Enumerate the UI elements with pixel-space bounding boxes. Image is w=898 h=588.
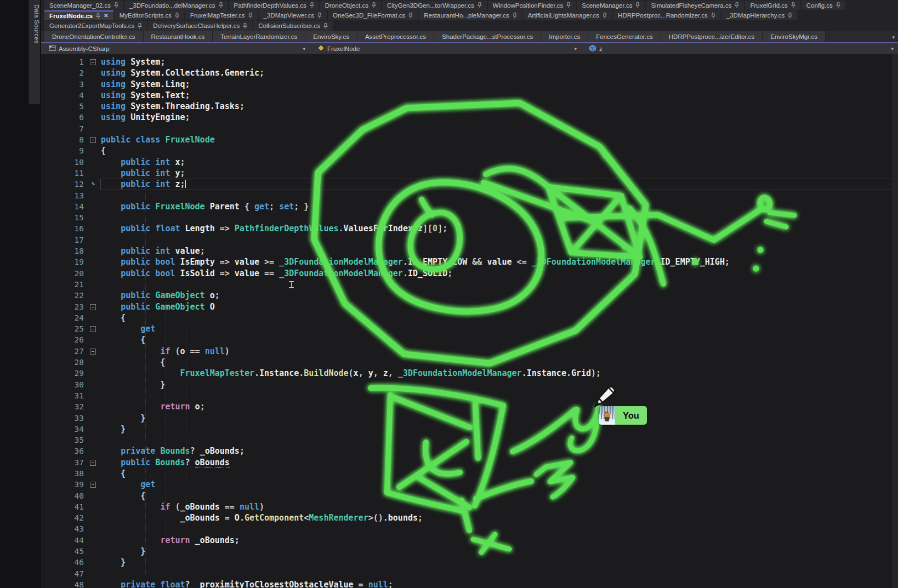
fold-toggle-icon[interactable]: − <box>90 137 96 143</box>
fold-gutter <box>87 468 101 479</box>
editor-tab[interactable]: EnviroSkyMgr.cs <box>763 31 826 42</box>
tab-label: FencesGenerator.cs <box>596 33 653 40</box>
pin-icon[interactable] <box>788 13 792 19</box>
fold-gutter <box>87 435 101 446</box>
data-sources-tab[interactable]: Data Sources <box>29 0 40 104</box>
fold-toggle-icon[interactable]: − <box>90 482 96 488</box>
pin-icon[interactable] <box>478 2 482 8</box>
editor-tab[interactable]: EnviroSky.cs <box>305 31 357 42</box>
editor-tab[interactable]: AssetPreprocessor.cs <box>357 31 434 42</box>
editor-tab[interactable]: RestaurantHo...pleManager.cs <box>419 10 521 20</box>
line-number: 38 <box>41 468 87 479</box>
pin-icon[interactable] <box>323 23 328 29</box>
line-number: 17 <box>41 235 87 246</box>
pin-icon[interactable] <box>310 2 314 8</box>
project-name: Assembly-CSharp <box>59 45 110 52</box>
line-number: 20 <box>41 268 87 279</box>
vertical-scrollbar[interactable] <box>892 54 898 588</box>
editor-tab[interactable]: RestaurantHook.cs <box>144 31 213 42</box>
editor-tab[interactable]: SceneManager.cs <box>577 1 645 10</box>
pin-icon[interactable] <box>603 13 607 19</box>
editor-tab[interactable]: ShaderPackage...stProcessor.cs <box>434 31 541 42</box>
code-text: private float? _proximityToClosestObstac… <box>101 579 898 588</box>
pin-icon[interactable] <box>317 13 322 19</box>
pin-icon[interactable] <box>735 2 739 8</box>
code-text <box>101 212 898 223</box>
tab-label: DeliverySurfaceClassHelper.cs <box>153 22 240 29</box>
tab-label: ArtificialLightsManager.cs <box>528 12 599 19</box>
editor-tab[interactable]: SimulatedFisheyeCamera.cs <box>646 1 744 10</box>
editor-tab[interactable]: DroneOrientationController.cs <box>44 31 144 42</box>
fold-toggle-icon[interactable]: − <box>90 304 96 310</box>
editor-tab[interactable]: _3DFoundatio...delManager.cs <box>124 1 228 10</box>
pin-icon[interactable] <box>791 2 795 8</box>
editor-tab[interactable]: Importer.cs <box>541 31 588 42</box>
editor-tab[interactable]: _3DMapViewer.cs <box>259 10 327 20</box>
fold-toggle-icon[interactable]: − <box>90 59 96 65</box>
fold-toggle-icon[interactable]: − <box>90 349 96 355</box>
fold-gutter <box>87 490 101 501</box>
editor-tab[interactable]: Config.cs <box>802 1 845 10</box>
class-dropdown[interactable]: FruxelNode ▾ <box>310 43 581 54</box>
pin-icon[interactable] <box>96 13 100 19</box>
pin-icon[interactable] <box>175 13 179 19</box>
code-text: { <box>101 490 898 501</box>
pin-icon[interactable] <box>513 13 517 19</box>
code-text <box>101 390 898 401</box>
editor-tab[interactable]: FruxelMapTester.cs <box>185 10 258 20</box>
pin-icon[interactable] <box>635 2 640 8</box>
code-text: public bool IsEmpty => value >= _3DFound… <box>101 256 898 267</box>
editor-tab[interactable]: HDRPPostproc...Randomizer.cs <box>613 10 720 20</box>
fold-gutter <box>87 312 101 323</box>
fold-toggle-icon[interactable]: − <box>90 326 96 332</box>
member-dropdown[interactable]: z ▾ <box>581 43 898 54</box>
editor-tab[interactable]: OneSec3D_FileFormat.cs <box>328 10 418 20</box>
pin-icon[interactable] <box>114 2 118 8</box>
fold-toggle-icon[interactable]: − <box>90 460 96 466</box>
fold-gutter <box>87 501 101 512</box>
editor-tab[interactable]: FencesGenerator.cs <box>588 31 661 42</box>
pin-icon[interactable] <box>836 2 840 8</box>
pin-icon[interactable] <box>711 13 715 19</box>
line-number: 15 <box>41 212 87 223</box>
code-text: using System.Collections.Generic; <box>101 67 898 78</box>
pin-icon[interactable] <box>138 23 142 29</box>
tab-overflow-icon[interactable]: ▾ <box>892 35 895 40</box>
editor-tab[interactable]: CityGen3DGen...torWrapper.cs <box>382 1 487 10</box>
pin-icon[interactable] <box>408 13 413 19</box>
line-number: 29 <box>41 368 87 379</box>
tab-label: Generator2ExportMapTools.cs <box>49 22 134 29</box>
class-name: FruxelNode <box>327 45 360 52</box>
fold-gutter <box>87 579 101 588</box>
editor-tab[interactable]: CollisionSubscriber.cs <box>253 21 333 31</box>
chevron-down-icon: ▾ <box>574 46 577 52</box>
code-line: 9 { <box>41 145 898 156</box>
pin-icon[interactable] <box>372 2 376 8</box>
editor-tab[interactable]: MyEditorScripts.cs <box>115 10 184 20</box>
code-text: } <box>101 413 898 424</box>
editor-tab[interactable]: DroneObject.cs <box>320 1 381 10</box>
editor-tab[interactable]: PathfinderDepthValues.cs <box>229 1 319 10</box>
editor-tab[interactable]: HDRPPostproce...izerEditor.cs <box>661 31 763 42</box>
pin-icon[interactable] <box>219 2 223 8</box>
code-editor[interactable]: 1 − using System; 2 using System.Collect… <box>41 54 898 588</box>
pin-icon[interactable] <box>566 2 571 8</box>
pin-icon[interactable] <box>248 13 253 19</box>
editor-tab[interactable]: FruxelGrid.cs <box>745 1 800 10</box>
editor-tab[interactable]: TerrainLayerRandomizer.cs <box>213 31 305 42</box>
editor-tab[interactable]: WindowPositionFinder.cs <box>488 1 576 10</box>
editor-tab[interactable]: _3DMapHierarchy.cs <box>721 10 798 20</box>
editor-tab[interactable]: SceneManager_02.cs <box>44 1 123 10</box>
line-number: 43 <box>41 523 87 534</box>
editor-tab[interactable]: ArtificialLightsManager.cs <box>523 10 612 20</box>
editor-tab[interactable]: DeliverySurfaceClassHelper.cs <box>148 21 252 31</box>
project-dropdown[interactable]: Assembly-CSharp ▾ <box>41 43 310 54</box>
editor-tab[interactable]: Generator2ExportMapTools.cs <box>44 21 147 31</box>
pin-icon[interactable] <box>243 23 247 29</box>
editor-tab[interactable]: FruxelNode.cs ✕ <box>44 10 113 20</box>
close-icon[interactable]: ✕ <box>104 13 108 19</box>
fold-gutter <box>87 256 101 267</box>
line-number: 12✎ <box>41 179 87 190</box>
code-line: 1 − using System; <box>41 56 898 67</box>
code-line: 8 − public class FruxelNode <box>41 134 898 145</box>
